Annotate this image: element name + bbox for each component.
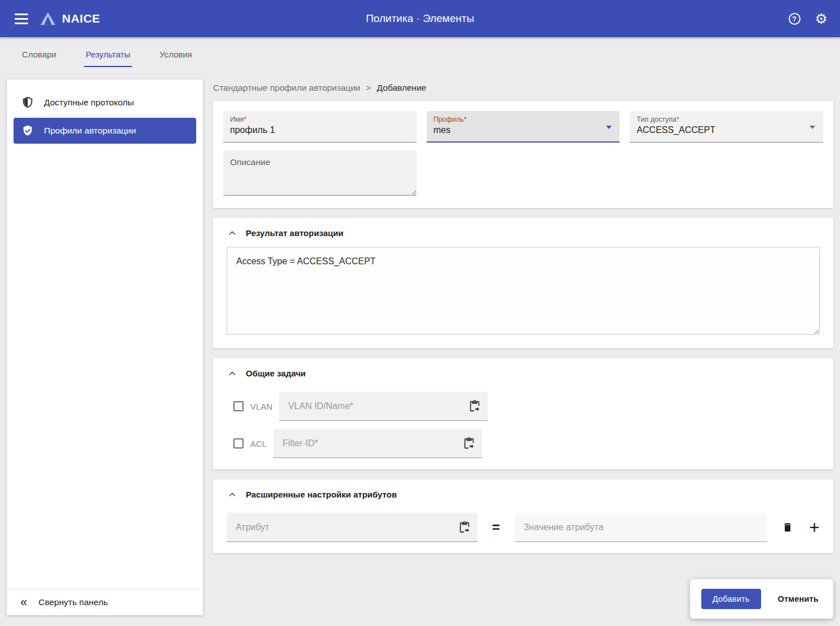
name-field[interactable]: Имя* xyxy=(223,111,417,143)
section-title: Расширенные настройки атрибутов xyxy=(246,490,397,499)
vlan-checkbox[interactable] xyxy=(233,401,244,411)
auth-result-textarea[interactable]: Access Type = ACCESS_ACCEPT xyxy=(227,247,820,335)
cancel-button[interactable]: Отменить xyxy=(775,594,822,604)
profile-select-value: mes xyxy=(434,125,613,135)
chevron-up-icon xyxy=(228,490,237,499)
sidebar-item-auth-profiles[interactable]: Профили авторизации xyxy=(14,118,196,144)
breadcrumb-parent-link[interactable]: Стандартные профили авторизации xyxy=(213,83,360,93)
trash-icon xyxy=(782,521,793,534)
auth-result-card: Результат авторизации Access Type = ACCE… xyxy=(213,218,833,348)
vlan-input-wrap xyxy=(279,392,488,421)
acl-checkbox[interactable] xyxy=(233,438,244,449)
vlan-row: VLAN xyxy=(227,392,820,421)
common-tasks-card: Общие задачи VLAN ACL xyxy=(213,358,833,469)
advanced-attrs-card: Расширенные настройки атрибутов = + xyxy=(213,480,833,553)
collapse-panel-label: Свернуть панель xyxy=(38,597,108,607)
attribute-value-input[interactable] xyxy=(523,522,761,533)
app-bar: NAICE Политика · Элементы ? ⚙ xyxy=(0,0,840,37)
access-type-select[interactable]: Тип доступа* ACCESS_ACCEPT xyxy=(630,111,823,143)
sidebar-list: Доступные протоколы Профили авторизации xyxy=(7,79,203,154)
collapse-panel-button[interactable]: « Свернуть панель xyxy=(7,589,203,615)
breadcrumb-current: Добавление xyxy=(377,83,426,93)
chevron-up-icon xyxy=(228,369,237,378)
sidebar-item-protocols[interactable]: Доступные протоколы xyxy=(14,90,196,116)
description-textarea[interactable] xyxy=(223,150,417,196)
sidebar: Доступные протоколы Профили авторизации … xyxy=(7,79,203,615)
delete-row-button[interactable] xyxy=(782,521,793,534)
sidebar-item-label: Профили авторизации xyxy=(44,126,136,136)
section-title: Результат авторизации xyxy=(246,228,343,238)
sidebar-item-label: Доступные протоколы xyxy=(44,97,134,108)
paste-icon[interactable] xyxy=(468,400,481,412)
naice-logo-icon xyxy=(39,11,56,26)
breadcrumb: Стандартные профили авторизации > Добавл… xyxy=(213,83,833,93)
attribute-input-wrap xyxy=(227,513,478,542)
form-actions-card: Добавить Отменить xyxy=(690,579,833,619)
vlan-label: VLAN xyxy=(250,402,272,411)
name-field-label: Имя* xyxy=(230,116,410,123)
gear-icon[interactable]: ⚙ xyxy=(815,12,828,26)
hamburger-menu-icon[interactable] xyxy=(15,14,28,24)
profile-form-card: Имя* Профиль* mes Тип доступа* ACCESS_AC… xyxy=(213,101,833,208)
main-content: Стандартные профили авторизации > Добавл… xyxy=(213,79,833,563)
collapse-section-button[interactable] xyxy=(228,369,237,378)
access-type-label: Тип доступа* xyxy=(636,116,816,123)
tab-results[interactable]: Результаты xyxy=(84,43,132,67)
access-type-value: ACCESS_ACCEPT xyxy=(636,125,816,135)
acl-input[interactable] xyxy=(281,438,458,449)
acl-label: ACL xyxy=(250,439,267,449)
attribute-value-wrap xyxy=(515,513,768,542)
chevron-down-icon xyxy=(810,126,815,129)
collapse-section-button[interactable] xyxy=(228,490,237,499)
add-button[interactable]: Добавить xyxy=(701,589,761,609)
brand: NAICE xyxy=(39,11,100,26)
attribute-row: = + xyxy=(227,513,820,542)
page-title: Политика · Элементы xyxy=(0,12,840,25)
tab-conditions[interactable]: Условия xyxy=(158,43,194,67)
chevron-up-icon xyxy=(228,229,237,238)
paste-icon[interactable] xyxy=(463,437,475,450)
shield-check-icon xyxy=(21,124,34,137)
profile-select[interactable]: Профиль* mes xyxy=(427,111,620,143)
collapse-section-button[interactable] xyxy=(228,229,237,238)
attribute-input[interactable] xyxy=(235,522,454,533)
profile-select-label: Профиль* xyxy=(434,116,613,123)
add-row-button[interactable]: + xyxy=(809,518,820,536)
brand-name: NAICE xyxy=(62,12,100,25)
paste-icon[interactable] xyxy=(458,521,471,534)
name-input[interactable] xyxy=(230,125,410,135)
shield-icon xyxy=(21,96,34,109)
appbar-actions: ? ⚙ xyxy=(789,12,828,26)
section-title: Общие задачи xyxy=(246,369,306,378)
help-icon[interactable]: ? xyxy=(789,13,801,25)
top-tabs: Словари Результаты Условия xyxy=(0,37,194,67)
double-chevron-left-icon: « xyxy=(20,596,27,609)
acl-input-wrap xyxy=(273,429,482,458)
equals-sign: = xyxy=(492,520,500,535)
acl-row: ACL xyxy=(227,429,820,458)
chevron-down-icon xyxy=(606,126,612,129)
vlan-input[interactable] xyxy=(287,401,464,412)
tab-dictionaries[interactable]: Словари xyxy=(20,43,58,67)
breadcrumb-separator: > xyxy=(366,83,371,93)
